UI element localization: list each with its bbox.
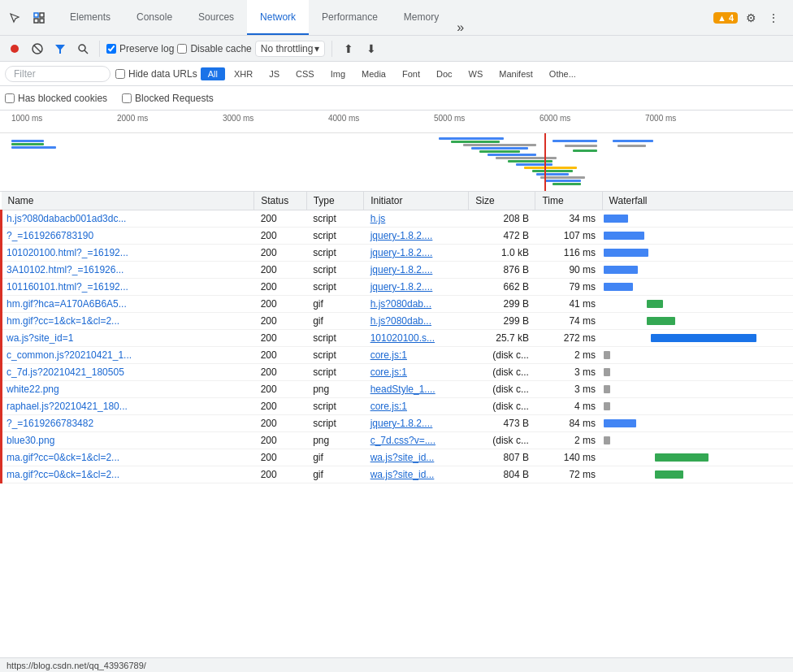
filter-font-btn[interactable]: Font [395, 67, 427, 80]
initiator-link[interactable]: core.js:1 [370, 401, 407, 412]
tab-overflow[interactable]: » [452, 20, 469, 35]
initiator-link[interactable]: h.js [370, 213, 386, 224]
waterfall-bar [604, 215, 628, 223]
cell-size: (disk c... [469, 432, 535, 449]
table-body: h.js?080dabacb001ad3dc...200scripth.js20… [2, 210, 794, 483]
tab-performance[interactable]: Performance [309, 0, 391, 35]
cell-status: 200 [254, 364, 307, 381]
initiator-link[interactable]: jquery-1.8.2.... [370, 264, 433, 275]
cell-time: 107 ms [535, 228, 602, 245]
col-waterfall[interactable]: Waterfall [602, 192, 793, 210]
filter-other-btn[interactable]: Othe... [542, 67, 583, 80]
wf-right-3 [573, 150, 597, 152]
record-button[interactable] [5, 39, 24, 59]
tab-network[interactable]: Network [247, 0, 309, 35]
initiator-link[interactable]: h.js?080dab... [370, 315, 431, 327]
table-row[interactable]: 101160101.html?_=16192...200scriptjquery… [2, 279, 794, 296]
table-row[interactable]: ma.gif?cc=0&ck=1&cl=2...200gifwa.js?site… [2, 449, 794, 466]
col-initiator[interactable]: Initiator [364, 192, 469, 210]
filter-media-btn[interactable]: Media [354, 67, 393, 80]
hide-data-urls-option[interactable]: Hide data URLs [115, 68, 197, 80]
tab-sources[interactable]: Sources [185, 0, 247, 35]
filter-js-btn[interactable]: JS [262, 67, 287, 80]
search-icon[interactable] [73, 39, 93, 59]
table-row[interactable]: blue30.png200pngc_7d.css?v=....(disk c..… [2, 432, 794, 449]
cell-time: 4 ms [535, 398, 602, 415]
filter-css-btn[interactable]: CSS [288, 67, 322, 80]
col-status[interactable]: Status [254, 192, 307, 210]
export-button[interactable]: ⬇ [362, 39, 381, 59]
tab-elements[interactable]: Elements [57, 0, 124, 35]
more-options-icon[interactable]: ⋮ [764, 8, 783, 28]
col-name[interactable]: Name [2, 192, 254, 210]
initiator-link[interactable]: jquery-1.8.2.... [370, 418, 433, 429]
initiator-link[interactable]: jquery-1.8.2.... [370, 281, 433, 293]
cell-initiator: h.js?080dab... [364, 296, 469, 313]
inspect-icon[interactable] [28, 7, 50, 29]
table-row[interactable]: ?_=1619266783482200scriptjquery-1.8.2...… [2, 415, 794, 432]
table-row[interactable]: h.js?080dabacb001ad3dc...200scripth.js20… [2, 210, 794, 228]
initiator-link[interactable]: wa.js?site_id... [370, 469, 435, 480]
network-table-wrapper[interactable]: Name Status Type Initiator Size Time Wat… [0, 192, 793, 657]
cell-waterfall [602, 210, 793, 228]
table-row[interactable]: hm.gif?cc=1&ck=1&cl=2...200gifh.js?080da… [2, 313, 794, 330]
cell-waterfall [602, 466, 793, 483]
initiator-link[interactable]: core.js:1 [370, 366, 407, 378]
initiator-link[interactable]: 101020100.s... [370, 332, 435, 344]
col-type[interactable]: Type [306, 192, 363, 210]
initiator-link[interactable]: c_7d.css?v=.... [370, 435, 436, 446]
request-name: white22.png [6, 384, 59, 395]
cell-time: 3 ms [535, 364, 602, 381]
table-row[interactable]: raphael.js?20210421_180...200scriptcore.… [2, 398, 794, 415]
filter-all-btn[interactable]: All [201, 67, 225, 80]
table-row[interactable]: hm.gif?hca=A170A6B6A5...200gifh.js?080da… [2, 296, 794, 313]
warning-badge[interactable]: ▲ 4 [713, 12, 738, 24]
col-size[interactable]: Size [469, 192, 535, 210]
cell-status: 200 [254, 245, 307, 262]
disable-cache-checkbox[interactable]: Disable cache [177, 43, 251, 54]
table-row[interactable]: c_common.js?20210421_1...200scriptcore.j… [2, 347, 794, 364]
initiator-link[interactable]: h.js?080dab... [370, 298, 431, 310]
initiator-link[interactable]: headStyle_1.... [370, 384, 436, 395]
initiator-link[interactable]: jquery-1.8.2.... [370, 230, 433, 241]
has-blocked-cookies-option[interactable]: Has blocked cookies [5, 93, 107, 104]
filter-input[interactable] [5, 66, 110, 82]
table-row[interactable]: wa.js?site_id=1200script101020100.s...25… [2, 330, 794, 347]
filter-icon[interactable] [50, 39, 70, 59]
cell-initiator: jquery-1.8.2.... [364, 262, 469, 279]
tab-memory[interactable]: Memory [391, 0, 452, 35]
tab-console[interactable]: Console [124, 0, 185, 35]
cell-name: ?_=1619266783190 [2, 228, 254, 245]
filter-checkbox-bar: Has blocked cookies Blocked Requests [0, 86, 793, 111]
preserve-log-checkbox[interactable]: Preserve log [106, 43, 174, 54]
import-button[interactable]: ⬆ [339, 39, 358, 59]
table-row[interactable]: white22.png200pngheadStyle_1....(disk c.… [2, 381, 794, 398]
filter-doc-btn[interactable]: Doc [429, 67, 460, 80]
table-row[interactable]: 3A10102.html?_=161926...200scriptjquery-… [2, 262, 794, 279]
tab-icons [3, 7, 50, 29]
col-time[interactable]: Time [535, 192, 602, 210]
clear-button[interactable] [28, 39, 47, 59]
cell-waterfall [602, 245, 793, 262]
separator-2 [332, 41, 332, 57]
waterfall-bar [604, 283, 633, 291]
table-row[interactable]: ?_=1619266783190200scriptjquery-1.8.2...… [2, 228, 794, 245]
filter-ws-btn[interactable]: WS [462, 67, 491, 80]
initiator-link[interactable]: wa.js?site_id... [370, 452, 435, 463]
filter-img-btn[interactable]: Img [323, 67, 353, 80]
table-row[interactable]: 101020100.html?_=16192...200scriptjquery… [2, 245, 794, 262]
cell-size: 25.7 kB [469, 330, 535, 347]
initiator-link[interactable]: core.js:1 [370, 349, 407, 361]
table-row[interactable]: ma.gif?cc=0&ck=1&cl=2...200gifwa.js?site… [2, 466, 794, 483]
cell-time: 2 ms [535, 432, 602, 449]
filter-xhr-btn[interactable]: XHR [227, 67, 260, 80]
filter-manifest-btn[interactable]: Manifest [492, 67, 540, 80]
wf-cluster-13 [540, 176, 585, 179]
throttle-select[interactable]: No throttling ▾ [255, 41, 326, 57]
settings-icon[interactable]: ⚙ [741, 8, 760, 28]
cell-status: 200 [254, 296, 307, 313]
initiator-link[interactable]: jquery-1.8.2.... [370, 247, 433, 258]
blocked-requests-option[interactable]: Blocked Requests [122, 93, 214, 104]
table-row[interactable]: c_7d.js?20210421_180505200scriptcore.js:… [2, 364, 794, 381]
cursor-icon[interactable] [3, 7, 26, 29]
